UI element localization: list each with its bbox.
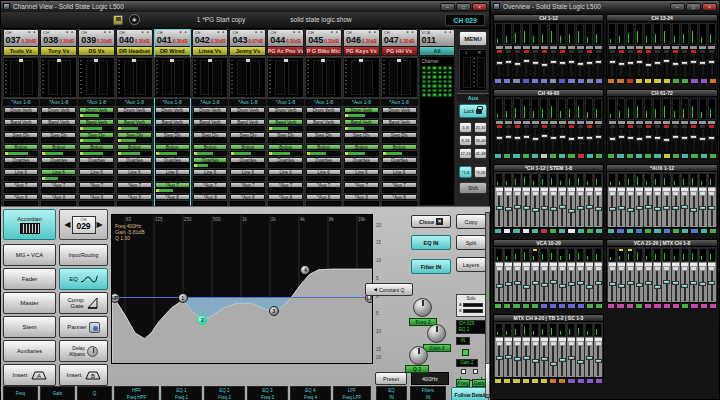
strip-fader-track[interactable] (567, 346, 575, 376)
strip-fader-track[interactable] (585, 54, 593, 76)
mini-fader-strip[interactable] (585, 323, 593, 377)
strip-fader-track[interactable] (495, 271, 503, 301)
mini-fader-strip[interactable] (585, 98, 593, 152)
mini-fader-strip[interactable] (644, 98, 652, 152)
strip-fader-cap[interactable] (496, 206, 503, 210)
strip-fader-cap[interactable] (550, 207, 557, 211)
mini-fader-strip[interactable] (608, 98, 616, 152)
mini-fader-strip[interactable] (576, 173, 584, 227)
mini-fader-strip[interactable] (576, 248, 584, 302)
strip-mute[interactable] (560, 267, 565, 270)
strip-mute[interactable] (610, 50, 615, 53)
strip-fader-cap[interactable] (636, 206, 643, 210)
strip-fader-cap[interactable] (654, 61, 661, 65)
menu-button[interactable]: MENU (459, 31, 487, 46)
strip-fader-cap[interactable] (663, 206, 670, 210)
strip-fader-track[interactable] (513, 196, 521, 226)
eq-button[interactable]: EQ (59, 268, 108, 290)
channel-name-tag[interactable]: Linea Vs (192, 47, 229, 56)
strip-mute[interactable] (682, 50, 687, 53)
bank-header[interactable]: VCA 21-26 | MTX CH 1-8 (606, 239, 718, 247)
strip-fader-cap[interactable] (627, 136, 634, 140)
strip-mute[interactable] (524, 267, 529, 270)
aux-bank-9-16-button[interactable]: 9-16 (459, 135, 472, 146)
strip-fader-track[interactable] (585, 129, 593, 151)
strip-fader-track[interactable] (681, 271, 689, 301)
panner-button[interactable]: Panner (59, 316, 108, 338)
strip-fader-cap[interactable] (559, 284, 566, 288)
strip-fader-cap[interactable] (514, 62, 521, 66)
bank-header[interactable]: *CH 1-12 | STEM 1-8 (493, 164, 604, 172)
strip-fader-track[interactable] (626, 54, 634, 76)
strip-mute[interactable] (587, 192, 592, 195)
strip-mute[interactable] (515, 192, 520, 195)
strip-mute[interactable] (569, 125, 574, 128)
channel-strip[interactable]: CH● ●0370.30dBTools Vx*Aux 1-8Drum VerbB… (3, 29, 40, 206)
strip-mute[interactable] (610, 192, 615, 195)
strip-fader-cap[interactable] (636, 60, 643, 64)
strip-fader-track[interactable] (558, 129, 566, 151)
layers-button[interactable]: Layers (456, 257, 486, 272)
strip-mute[interactable] (515, 50, 520, 53)
strip-fader-track[interactable] (608, 129, 616, 151)
strip-mute[interactable] (628, 125, 633, 128)
strip-fader-track[interactable] (558, 196, 566, 226)
aux-send[interactable]: *Aux 7 (268, 182, 303, 194)
strip-mute[interactable] (664, 267, 669, 270)
strip-fader-cap[interactable] (541, 206, 548, 210)
aux-send[interactable]: Brdcst (230, 144, 265, 156)
aux-send[interactable]: Quartles (117, 157, 152, 169)
aux-send[interactable]: Drum Verb (344, 107, 379, 119)
strip-fader-track[interactable] (617, 196, 625, 226)
mini-fader-strip[interactable] (540, 98, 548, 152)
filter-in-button[interactable]: Filter IN (411, 259, 451, 274)
aux-send[interactable]: Drum Verb (382, 107, 417, 119)
strip-mute[interactable] (506, 342, 511, 345)
strip-fader-cap[interactable] (654, 285, 661, 289)
aux-send[interactable]: Quartles (41, 157, 76, 169)
strip-mute[interactable] (587, 267, 592, 270)
mini-fader-strip[interactable] (653, 248, 661, 302)
strip-fader-track[interactable] (558, 54, 566, 76)
strip-fader-cap[interactable] (645, 205, 652, 209)
strip-mute[interactable] (637, 50, 642, 53)
strip-fader-track[interactable] (540, 271, 548, 301)
strip-mute[interactable] (596, 192, 601, 195)
strip-fader-cap[interactable] (645, 135, 652, 139)
strip-fader-cap[interactable] (550, 280, 557, 284)
mini-fader-strip[interactable] (549, 98, 557, 152)
mini-fader-strip[interactable] (708, 173, 716, 227)
strip-fader-track[interactable] (549, 346, 557, 376)
mini-fader-strip[interactable] (594, 23, 602, 77)
strip-fader-track[interactable] (504, 196, 512, 226)
strip-mute[interactable] (578, 50, 583, 53)
mini-fader-strip[interactable] (531, 98, 539, 152)
aux-send[interactable]: Brdcst (193, 144, 228, 156)
strip-fader-cap[interactable] (559, 358, 566, 362)
strip-fader-cap[interactable] (532, 359, 539, 363)
strip-fader-track[interactable] (617, 129, 625, 151)
strip-mute[interactable] (560, 342, 565, 345)
strip-mute[interactable] (542, 125, 547, 128)
strip-fader-cap[interactable] (514, 136, 521, 140)
aux-send[interactable]: Band Verb (193, 119, 228, 131)
strip-fader-track[interactable] (690, 129, 698, 151)
maximize-button[interactable]: □ (456, 3, 471, 11)
mini-fader-strip[interactable] (608, 248, 616, 302)
strip-mute[interactable] (709, 125, 714, 128)
strip-fader-cap[interactable] (523, 285, 530, 289)
strip-mute[interactable] (646, 192, 651, 195)
strip-fader-cap[interactable] (523, 135, 530, 139)
strip-fader-cap[interactable] (654, 136, 661, 140)
mini-fader-strip[interactable] (626, 248, 634, 302)
aux-send[interactable]: Band Verb (79, 119, 114, 131)
aux-send[interactable]: Drum Verb (117, 107, 152, 119)
strip-fader-track[interactable] (585, 346, 593, 376)
mini-fader-strip[interactable] (513, 323, 521, 377)
mini-fader-strip[interactable] (585, 23, 593, 77)
strip-mute[interactable] (655, 267, 660, 270)
fader-button[interactable]: Fader (3, 268, 56, 290)
strip-fader-track[interactable] (522, 129, 530, 151)
strip-fader-track[interactable] (626, 196, 634, 226)
strip-mute[interactable] (533, 192, 538, 195)
